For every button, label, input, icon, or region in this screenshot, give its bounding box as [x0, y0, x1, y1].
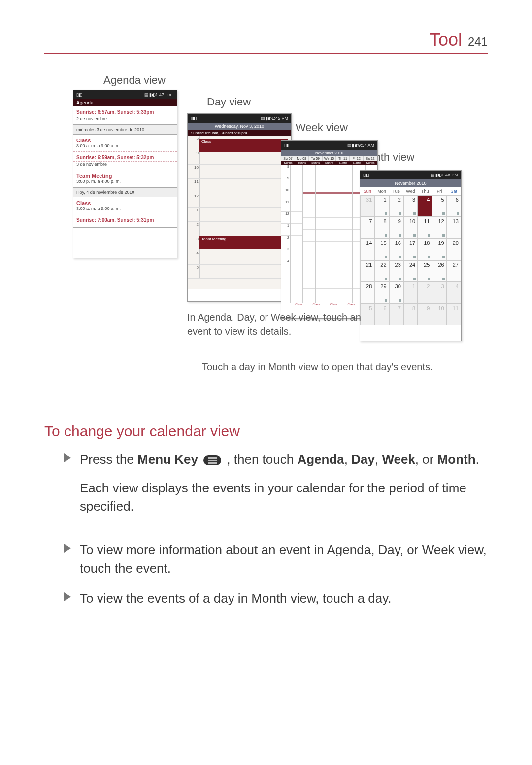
week-column[interactable] — [302, 165, 315, 303]
month-day-cell[interactable]: 4 — [447, 282, 461, 304]
month-day-cell[interactable]: 7 — [360, 217, 374, 239]
month-day-cell[interactable]: 31 — [360, 195, 374, 217]
month-day-cell[interactable]: 10 — [403, 217, 418, 239]
week-event-label: Class — [307, 303, 325, 306]
month-day-cell[interactable]: 20 — [447, 239, 461, 260]
month-day-cell[interactable]: 5 — [432, 195, 446, 217]
menu-key-icon — [203, 455, 221, 465]
month-day-cell[interactable]: 14 — [360, 239, 374, 260]
month-event-dot — [457, 212, 459, 215]
month-day-cell[interactable]: 30 — [389, 282, 403, 304]
day-screenshot: ▯◧ ▤ ▮ ◐ 1:45 PM Wednesday, Nov 3, 2010 … — [187, 113, 292, 302]
month-day-cell[interactable]: 9 — [389, 217, 403, 239]
month-event-dot — [399, 212, 401, 215]
month-label: Month — [437, 452, 476, 467]
month-day-cell[interactable]: 23 — [389, 260, 403, 282]
agenda-screenshot: ▯◧ ▤ ▮ ◐ 1:47 p.m. Agenda Sunrise: 6:57a… — [73, 90, 177, 258]
week-day-header[interactable]: Sa 13 — [364, 156, 377, 161]
month-day-cell[interactable]: 8 — [403, 304, 418, 325]
week-day-header[interactable]: Mo 08 — [295, 156, 309, 161]
month-day-cell[interactable]: 29 — [374, 282, 389, 304]
date-label: 3 de noviembre — [73, 162, 177, 170]
hour-cell[interactable] — [200, 150, 291, 164]
hour-label: 2 — [281, 236, 290, 247]
text: To view more information about an event … — [80, 541, 488, 578]
hour-cell[interactable] — [200, 250, 291, 264]
event-title[interactable]: Class — [73, 197, 177, 206]
month-day-cell[interactable]: 8 — [374, 217, 389, 239]
status-icons-right: ▤ ▮ ◐ — [431, 173, 441, 177]
label-agenda-view: Agenda view — [103, 74, 166, 87]
hour-label: 8 — [188, 136, 200, 141]
week-sun-label: Sunris — [295, 161, 309, 165]
month-day-cell[interactable]: 24 — [403, 260, 418, 282]
week-column[interactable] — [315, 165, 328, 303]
hour-label: 10 — [188, 165, 200, 170]
status-icons-right: ▤ ▮ ◐ — [347, 143, 358, 148]
month-day-cell[interactable]: 7 — [389, 304, 403, 325]
month-day-cell[interactable]: 1 — [374, 195, 389, 217]
section-title: Tool — [430, 30, 462, 50]
month-event-dot — [385, 212, 387, 215]
month-day-cell[interactable]: 25 — [418, 260, 432, 282]
day-event[interactable]: Team Meeting — [200, 236, 288, 249]
hour-cell[interactable] — [200, 179, 291, 193]
hour-label: 3 — [188, 236, 200, 241]
event-title[interactable]: Team Meeting — [73, 170, 177, 179]
month-day-cell[interactable]: 19 — [432, 239, 446, 260]
hour-cell[interactable] — [200, 265, 291, 278]
month-day-cell[interactable]: 2 — [389, 195, 403, 217]
month-day-cell[interactable]: 18 — [418, 239, 432, 260]
month-day-cell[interactable]: 3 — [403, 195, 418, 217]
week-day-header[interactable]: We 10 — [323, 156, 336, 161]
week-day-header[interactable]: Fr 12 — [350, 156, 364, 161]
month-day-cell[interactable]: 1 — [403, 282, 418, 304]
week-column[interactable] — [328, 165, 340, 303]
day-event[interactable]: Class — [200, 139, 288, 152]
month-day-cell[interactable]: 16 — [389, 239, 403, 260]
week-column[interactable] — [290, 165, 302, 303]
week-column[interactable] — [340, 165, 352, 303]
month-day-cell[interactable]: 26 — [432, 260, 446, 282]
event-title[interactable]: Class — [73, 135, 177, 143]
month-day-cell[interactable]: 12 — [432, 217, 446, 239]
month-dow: Mon — [374, 187, 389, 195]
event-time: 3:00 p. m. a 4:00 p. m. — [73, 179, 177, 187]
hour-cell[interactable] — [200, 208, 291, 221]
hour-label: 5 — [188, 265, 200, 270]
bullet-icon — [64, 453, 71, 462]
month-day-cell[interactable]: 27 — [447, 260, 461, 282]
month-event-dot — [442, 278, 445, 280]
week-sun-label: Sunris — [309, 161, 323, 165]
week-day-header[interactable]: Tu 09 — [309, 156, 323, 161]
month-day-cell[interactable]: 9 — [418, 304, 432, 325]
month-day-cell[interactable]: 17 — [403, 239, 418, 260]
hour-label: 1 — [188, 208, 200, 212]
month-day-cell[interactable]: 2 — [418, 282, 432, 304]
week-event-label: Class — [342, 303, 360, 306]
month-day-cell[interactable]: 6 — [447, 195, 461, 217]
month-dow: Sat — [447, 187, 461, 195]
week-title: November 2010 — [281, 150, 377, 156]
week-day-header[interactable]: Th 11 — [336, 156, 350, 161]
month-day-cell[interactable]: 3 — [432, 282, 446, 304]
bullet-icon — [64, 544, 71, 553]
month-day-cell[interactable]: 28 — [360, 282, 374, 304]
month-dow: Thu — [418, 187, 432, 195]
month-day-cell[interactable]: 21 — [360, 260, 374, 282]
month-day-cell[interactable]: 13 — [447, 217, 461, 239]
hour-cell[interactable] — [200, 222, 291, 236]
status-bar: ▯◧ ▤ ▮ ◐ 1:47 p.m. — [73, 90, 177, 99]
month-event-dot — [428, 278, 430, 280]
month-day-cell[interactable]: 4 — [418, 195, 432, 217]
hour-cell[interactable] — [200, 165, 291, 178]
month-day-cell[interactable]: 15 — [374, 239, 389, 260]
week-day-header[interactable]: Su 07 — [281, 156, 295, 161]
month-day-cell[interactable]: 22 — [374, 260, 389, 282]
hour-cell[interactable] — [200, 193, 291, 207]
caption-views: In Agenda, Day, or Week view, touch an e… — [187, 311, 384, 338]
month-day-cell[interactable]: 11 — [447, 304, 461, 325]
month-day-cell[interactable]: 10 — [432, 304, 446, 325]
month-day-cell[interactable]: 11 — [418, 217, 432, 239]
hour-row: 11 — [188, 179, 291, 193]
